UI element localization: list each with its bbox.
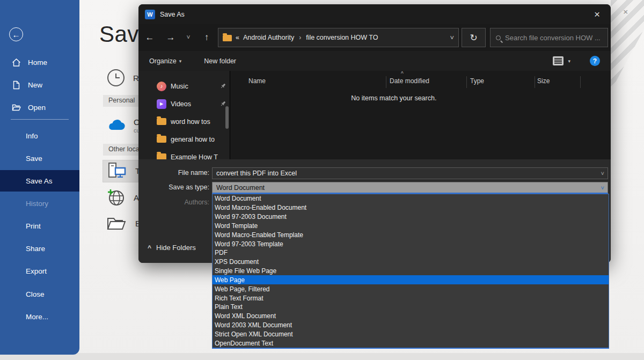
word-app-icon: W <box>145 10 155 19</box>
open-folder-icon <box>12 103 21 112</box>
nav-recent-caret[interactable]: ˅ <box>180 34 196 41</box>
type-option[interactable]: Word Macro-Enabled Document <box>213 203 609 212</box>
save-as-type-value: Word Document <box>213 184 598 192</box>
dialog-title: Save As <box>160 11 185 18</box>
address-dropdown-caret-icon[interactable]: ˅ <box>450 34 454 42</box>
type-option[interactable]: XPS Document <box>213 258 609 267</box>
column-divider[interactable] <box>535 76 535 88</box>
type-option[interactable]: OpenDocument Text <box>213 339 609 348</box>
organize-menu-button[interactable]: Organize ▾ <box>149 57 181 65</box>
save-as-type-dropdown: Word Document Word Macro-Enabled Documen… <box>212 194 609 349</box>
type-option[interactable]: PDF <box>213 248 609 258</box>
help-button[interactable]: ? <box>590 56 600 66</box>
sidebar-item-label: Open <box>28 104 46 112</box>
nav-up-button[interactable]: ↑ <box>196 32 217 43</box>
refresh-button[interactable]: ↻ <box>462 28 486 47</box>
type-option[interactable]: Word Macro-Enabled Template <box>213 230 609 239</box>
tree-item-label: Videos <box>171 100 215 108</box>
save-as-type-combo[interactable]: Word Document ˅ <box>212 182 608 194</box>
sidebar-item-open[interactable]: Open <box>0 97 79 118</box>
browse-location[interactable]: Br <box>106 216 143 231</box>
sidebar-item-info[interactable]: Info <box>0 125 79 146</box>
window-bottom-strip <box>0 353 644 360</box>
home-icon <box>12 58 21 67</box>
folder-icon <box>157 136 166 143</box>
sidebar-item-label: More... <box>26 313 48 321</box>
type-option[interactable]: Word Document <box>213 194 609 203</box>
column-header-size[interactable]: Size <box>537 77 550 85</box>
column-divider[interactable] <box>386 76 386 88</box>
breadcrumb-folder[interactable]: file conversion HOW TO <box>306 34 378 41</box>
folder-icon <box>223 35 232 41</box>
close-icon[interactable]: × <box>590 8 604 20</box>
sidebar-item-print[interactable]: Print <box>0 215 79 237</box>
dialog-titlebar[interactable]: W Save As × <box>138 4 611 24</box>
type-option[interactable]: Strict Open XML Document <box>213 329 609 339</box>
file-name-combo[interactable]: ˅ <box>212 167 608 179</box>
tree-item-music[interactable]: ♪ Music <box>138 77 230 95</box>
pin-icon <box>219 83 226 90</box>
column-divider[interactable] <box>580 76 581 88</box>
type-option[interactable]: Rich Text Format <box>213 293 609 303</box>
type-option[interactable]: Web Page, Filtered <box>213 284 609 293</box>
tree-item-label: Music <box>171 83 215 90</box>
new-folder-button[interactable]: New folder <box>204 57 236 65</box>
column-header-type[interactable]: Type <box>470 77 484 85</box>
column-header-name[interactable]: Name <box>248 77 266 85</box>
breadcrumb-folder[interactable]: Android Authority <box>243 34 294 41</box>
sidebar-item-label: Save <box>26 155 42 163</box>
search-box[interactable] <box>490 28 608 47</box>
sidebar-item-close[interactable]: Close <box>0 283 79 305</box>
column-divider[interactable] <box>466 76 467 88</box>
search-input[interactable] <box>505 34 602 42</box>
column-header-date-modified[interactable]: Date modified <box>390 77 429 85</box>
type-option[interactable]: Word 2003 XML Document <box>213 321 609 330</box>
breadcrumb-prefix: « <box>236 34 239 41</box>
sidebar-item-label: History <box>26 200 48 208</box>
sidebar-item-label: Print <box>26 222 41 230</box>
folder-icon <box>157 118 166 125</box>
save-as-type-label: Save as type: <box>142 183 209 191</box>
sidebar-item-home[interactable]: Home <box>0 52 79 73</box>
sidebar-item-new[interactable]: New <box>0 74 79 95</box>
file-list-area: ^ Name Date modified Type Size No items … <box>230 71 611 159</box>
address-bar[interactable]: « Android Authority › file conversion HO… <box>218 28 459 47</box>
sidebar-item-more[interactable]: More... <box>0 306 79 327</box>
tree-item-general-how-to[interactable]: general how to <box>138 130 230 148</box>
nav-forward-button[interactable]: → <box>161 32 180 43</box>
type-option[interactable]: Word Template <box>213 221 609 230</box>
back-button[interactable]: ← <box>9 27 23 41</box>
tree-item-label: word how tos <box>171 118 230 126</box>
add-place-globe-icon <box>107 188 125 207</box>
combo-caret-icon: ˅ <box>598 185 608 191</box>
tree-item-word-how-tos[interactable]: word how tos <box>138 113 230 130</box>
sidebar-divider <box>11 119 69 120</box>
hide-folders-button[interactable]: ^ Hide Folders <box>148 244 196 252</box>
sidebar-item-export[interactable]: Export <box>0 260 79 282</box>
tab-personal[interactable]: Personal <box>103 95 140 107</box>
sidebar-item-share[interactable]: Share <box>0 238 79 259</box>
view-caret-icon[interactable]: ▾ <box>568 58 570 64</box>
videos-icon: ▶ <box>157 99 166 109</box>
type-option[interactable]: Word 97-2003 Template <box>213 239 609 248</box>
breadcrumb-separator-icon: › <box>298 34 302 41</box>
tree-item-videos[interactable]: ▶ Videos <box>138 95 230 113</box>
tree-scrollbar[interactable] <box>225 106 229 129</box>
empty-results-message: No items match your search. <box>230 94 558 102</box>
combo-caret-icon[interactable]: ˅ <box>598 170 608 177</box>
nav-back-button[interactable]: ← <box>138 32 161 43</box>
sidebar-item-save-as[interactable]: Save As <box>0 170 79 192</box>
type-option[interactable]: Single File Web Page <box>213 267 609 276</box>
view-mode-icon[interactable] <box>553 56 564 65</box>
file-name-input[interactable] <box>213 170 598 177</box>
type-option[interactable]: Word XML Document <box>213 312 609 321</box>
type-option-selected[interactable]: Web Page <box>213 275 609 284</box>
onedrive-location[interactable]: O cu <box>107 117 140 134</box>
type-option[interactable]: Plain Text <box>213 303 609 312</box>
sidebar-item-label: Info <box>26 132 38 140</box>
sidebar-item-save[interactable]: Save <box>0 148 79 169</box>
sidebar-item-history: History <box>0 193 79 214</box>
authors-label: Authors: <box>142 199 209 206</box>
type-option[interactable]: Word 97-2003 Document <box>213 212 609 222</box>
search-icon <box>496 35 501 40</box>
